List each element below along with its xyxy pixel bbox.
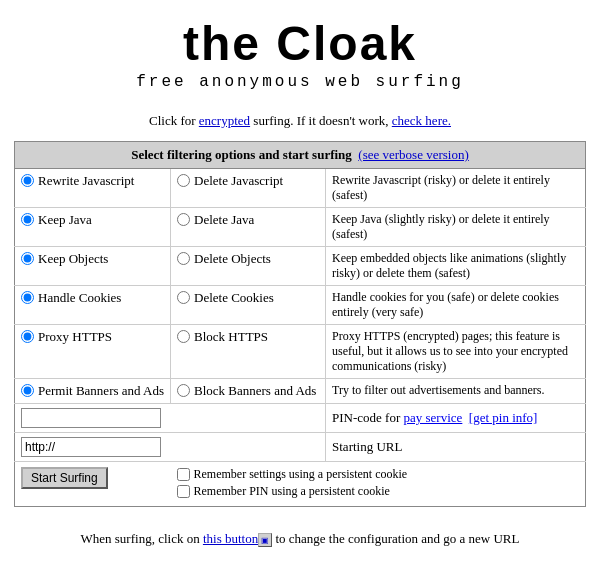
pin-label-cell: PIN-code for pay service [get pin info] (326, 403, 586, 432)
radio-opt1-label-1[interactable]: Keep Java (21, 212, 164, 228)
opt2-label-4: Block HTTPS (194, 329, 268, 345)
opt1-label-5: Permit Banners and Ads (38, 383, 164, 399)
checkbox2-label: Remember PIN using a persistent cookie (194, 484, 390, 499)
opt1-label-4: Proxy HTTPS (38, 329, 112, 345)
intro-text: Click for encrypted surfing. If it doesn… (0, 99, 600, 141)
opt2-label-3: Delete Cookies (194, 290, 274, 306)
url-label-cell: Starting URL (326, 432, 586, 461)
row-desc-1: Keep Java (slightly risky) or delete it … (326, 207, 586, 246)
checkbox2-line: Remember PIN using a persistent cookie (177, 484, 579, 499)
pay-service-link[interactable]: pay service (404, 410, 463, 425)
radio-opt2-5[interactable] (177, 384, 190, 397)
table-row: Permit Banners and Ads Block Banners and… (15, 378, 586, 403)
page-header: the Cloak free anonymous web surfing (0, 0, 600, 99)
this-button-link[interactable]: this button▣ (203, 531, 272, 546)
radio-opt1-label-2[interactable]: Keep Objects (21, 251, 164, 267)
radio-opt2-0[interactable] (177, 174, 190, 187)
radio-opt1-label-5[interactable]: Permit Banners and Ads (21, 383, 164, 399)
table-row: Proxy HTTPS Block HTTPS Proxy HTTPS (enc… (15, 324, 586, 378)
opt2-label-0: Delete Javascript (194, 173, 283, 189)
footer-before: When surfing, click on (81, 531, 203, 546)
row-desc-2: Keep embedded objects like animations (s… (326, 246, 586, 285)
table-row: Keep Objects Delete Objects Keep embedde… (15, 246, 586, 285)
radio-opt2-4[interactable] (177, 330, 190, 343)
row-desc-4: Proxy HTTPS (encrypted) pages; this feat… (326, 324, 586, 378)
opt1-label-0: Rewrite Javascript (38, 173, 134, 189)
options-section: Select filtering options and start surfi… (0, 141, 600, 517)
footer-after: to change the configuration and go a new… (272, 531, 519, 546)
footer: When surfing, click on this button▣ to c… (0, 517, 600, 557)
table-header-label: Select filtering options and start surfi… (131, 147, 352, 162)
radio-opt2-label-2[interactable]: Delete Objects (177, 251, 319, 267)
button-icon: ▣ (258, 533, 272, 547)
intro-middle: surfing. If it doesn't work, (250, 113, 392, 128)
radio-opt2-3[interactable] (177, 291, 190, 304)
pin-row: PIN-code for pay service [get pin info] (15, 403, 586, 432)
verbose-link[interactable]: (see verbose version) (358, 147, 468, 162)
table-header: Select filtering options and start surfi… (15, 141, 586, 168)
opt1-label-3: Handle Cookies (38, 290, 121, 306)
footer-link-label: this button (203, 531, 258, 546)
checkbox1-label: Remember settings using a persistent coo… (194, 467, 408, 482)
remember-pin-checkbox[interactable] (177, 485, 190, 498)
intro-before: Click for (149, 113, 199, 128)
radio-opt1-label-4[interactable]: Proxy HTTPS (21, 329, 164, 345)
radio-opt2-2[interactable] (177, 252, 190, 265)
pin-input[interactable] (21, 408, 161, 428)
radio-opt2-label-0[interactable]: Delete Javascript (177, 173, 319, 189)
url-input[interactable] (21, 437, 161, 457)
get-pin-link[interactable]: [get pin info] (469, 410, 538, 425)
radio-opt1-label-0[interactable]: Rewrite Javascript (21, 173, 164, 189)
radio-opt2-label-1[interactable]: Delete Java (177, 212, 319, 228)
bottom-row: Start Surfing Remember settings using a … (15, 461, 586, 506)
checkbox-cell: Remember settings using a persistent coo… (171, 461, 586, 506)
table-row: Rewrite Javascript Delete Javascript Rew… (15, 168, 586, 207)
radio-opt1-1[interactable] (21, 213, 34, 226)
radio-opt1-0[interactable] (21, 174, 34, 187)
table-row: Keep Java Delete Java Keep Java (slightl… (15, 207, 586, 246)
encrypted-link[interactable]: encrypted (199, 113, 250, 128)
radio-opt1-4[interactable] (21, 330, 34, 343)
radio-opt2-label-4[interactable]: Block HTTPS (177, 329, 319, 345)
row-desc-0: Rewrite Javascript (risky) or delete it … (326, 168, 586, 207)
check-link[interactable]: check here. (392, 113, 451, 128)
app-title: the Cloak (0, 18, 600, 71)
opt1-label-1: Keep Java (38, 212, 92, 228)
opt1-label-2: Keep Objects (38, 251, 108, 267)
url-row: Starting URL (15, 432, 586, 461)
radio-opt2-1[interactable] (177, 213, 190, 226)
opt2-label-1: Delete Java (194, 212, 254, 228)
radio-opt1-2[interactable] (21, 252, 34, 265)
radio-opt1-3[interactable] (21, 291, 34, 304)
table-row: Handle Cookies Delete Cookies Handle coo… (15, 285, 586, 324)
remember-settings-checkbox[interactable] (177, 468, 190, 481)
app-subtitle: free anonymous web surfing (0, 73, 600, 91)
radio-opt2-label-5[interactable]: Block Banners and Ads (177, 383, 319, 399)
opt2-label-5: Block Banners and Ads (194, 383, 316, 399)
radio-opt2-label-3[interactable]: Delete Cookies (177, 290, 319, 306)
row-desc-3: Handle cookies for you (safe) or delete … (326, 285, 586, 324)
checkbox1-line: Remember settings using a persistent coo… (177, 467, 579, 482)
start-surfing-button[interactable]: Start Surfing (21, 467, 108, 489)
radio-opt1-5[interactable] (21, 384, 34, 397)
row-desc-5: Try to filter out advertisements and ban… (326, 378, 586, 403)
radio-opt1-label-3[interactable]: Handle Cookies (21, 290, 164, 306)
options-table: Select filtering options and start surfi… (14, 141, 586, 507)
opt2-label-2: Delete Objects (194, 251, 271, 267)
